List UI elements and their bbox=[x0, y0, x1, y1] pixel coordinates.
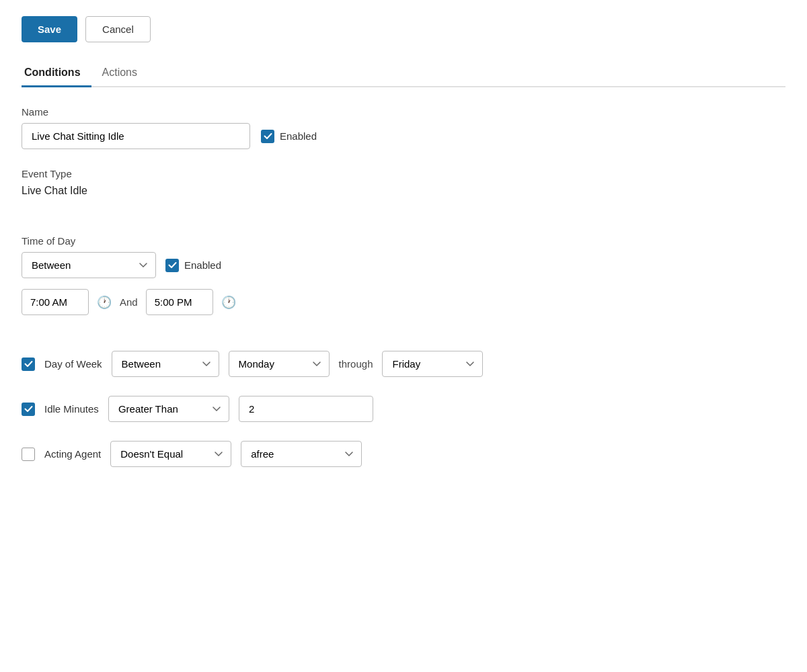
day-end-select[interactable]: Friday bbox=[382, 351, 483, 377]
tab-actions[interactable]: Actions bbox=[100, 61, 148, 87]
day-of-week-condition-select[interactable]: Between bbox=[112, 351, 219, 377]
acting-agent-label: Acting Agent bbox=[44, 448, 101, 460]
time-end-input[interactable] bbox=[146, 289, 213, 315]
name-row: Enabled bbox=[22, 123, 785, 149]
time-of-day-enabled-checkbox[interactable] bbox=[165, 259, 179, 272]
tab-conditions[interactable]: Conditions bbox=[22, 61, 91, 87]
idle-minutes-condition-select[interactable]: Greater Than bbox=[108, 396, 229, 422]
enabled-checkbox[interactable] bbox=[261, 130, 274, 143]
save-button[interactable]: Save bbox=[22, 16, 77, 42]
time-of-day-enabled-label[interactable]: Enabled bbox=[165, 259, 221, 272]
time-inputs-row: 🕐 And 🕐 bbox=[22, 289, 785, 315]
event-type-value: Live Chat Idle bbox=[22, 185, 785, 197]
idle-minutes-label: Idle Minutes bbox=[44, 403, 99, 415]
day-of-week-label: Day of Week bbox=[44, 358, 102, 370]
through-text: through bbox=[339, 358, 373, 370]
enabled-label: Enabled bbox=[280, 130, 317, 142]
clock-icon-start: 🕐 bbox=[97, 295, 112, 310]
time-of-day-enabled-text: Enabled bbox=[184, 259, 221, 271]
name-label: Name bbox=[22, 106, 785, 118]
time-of-day-section: Time of Day Between Enabled 🕐 And 🕐 bbox=[22, 235, 785, 315]
name-input[interactable] bbox=[22, 123, 250, 149]
day-of-week-row: Day of Week Between Monday through Frida… bbox=[22, 351, 785, 377]
clock-icon-end: 🕐 bbox=[221, 295, 236, 310]
enabled-checkbox-label[interactable]: Enabled bbox=[261, 130, 317, 143]
time-of-day-select[interactable]: Between bbox=[22, 252, 156, 278]
time-of-day-label: Time of Day bbox=[22, 235, 785, 247]
and-text: And bbox=[120, 296, 138, 308]
name-section: Name Enabled bbox=[22, 106, 785, 149]
acting-agent-row: Acting Agent Doesn't Equal afree bbox=[22, 441, 785, 467]
event-type-section: Event Type Live Chat Idle bbox=[22, 168, 785, 197]
acting-agent-condition-select[interactable]: Doesn't Equal bbox=[110, 441, 231, 467]
event-type-label: Event Type bbox=[22, 168, 785, 179]
idle-minutes-row: Idle Minutes Greater Than bbox=[22, 396, 785, 422]
time-start-input[interactable] bbox=[22, 289, 89, 315]
top-buttons-bar: Save Cancel bbox=[22, 16, 785, 42]
tabs-bar: Conditions Actions bbox=[22, 61, 785, 87]
idle-minutes-value-input[interactable] bbox=[239, 396, 373, 422]
acting-agent-value-select[interactable]: afree bbox=[241, 441, 362, 467]
cancel-button[interactable]: Cancel bbox=[85, 16, 151, 42]
day-of-week-checkbox[interactable] bbox=[22, 358, 35, 371]
day-start-select[interactable]: Monday bbox=[229, 351, 330, 377]
acting-agent-checkbox[interactable] bbox=[22, 448, 35, 461]
time-of-day-row: Between Enabled bbox=[22, 252, 785, 278]
idle-minutes-checkbox[interactable] bbox=[22, 403, 35, 416]
